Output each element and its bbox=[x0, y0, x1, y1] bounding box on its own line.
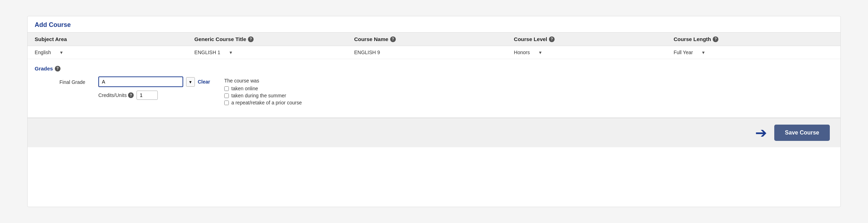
cell-course-name: ENGLISH 9 bbox=[354, 50, 514, 55]
checkbox-taken-summer: taken during the summer bbox=[224, 93, 302, 98]
repeat-retake-label: a repeat/retake of a prior course bbox=[231, 100, 302, 105]
course-length-value: Full Year bbox=[673, 50, 700, 55]
course-level-value: Honors bbox=[514, 50, 537, 55]
final-grade-label: Final Grade bbox=[59, 76, 98, 85]
table-header: Subject Area Generic Course Title ? Cour… bbox=[28, 32, 840, 46]
col-course-level: Course Level ? bbox=[514, 36, 674, 42]
final-grade-input[interactable] bbox=[98, 76, 183, 87]
col-course-length: Course Length ? bbox=[673, 36, 833, 42]
grades-title: Grades ? bbox=[35, 65, 833, 72]
save-course-button[interactable]: Save Course bbox=[774, 125, 830, 141]
generic-course-title-dropdown-arrow[interactable]: ▾ bbox=[230, 50, 232, 55]
generic-course-title-select[interactable]: ENGLISH 1 ▾ bbox=[195, 50, 251, 55]
grades-section: Grades ? Final Grade ▾ Clear Credits/Uni… bbox=[28, 59, 840, 110]
clear-button[interactable]: Clear bbox=[198, 79, 210, 85]
taken-summer-checkbox[interactable] bbox=[224, 93, 229, 98]
grade-dropdown-button[interactable]: ▾ bbox=[186, 77, 195, 87]
grades-row: Final Grade ▾ Clear Credits/Units ? bbox=[35, 76, 833, 107]
credits-row: Credits/Units ? bbox=[98, 91, 210, 100]
checkbox-taken-online: taken online bbox=[224, 86, 302, 91]
col-subject-area: Subject Area bbox=[35, 36, 195, 42]
credits-input[interactable] bbox=[137, 91, 158, 100]
grade-input-row: ▾ Clear bbox=[98, 76, 210, 87]
credits-help-icon[interactable]: ? bbox=[128, 92, 134, 98]
course-was-title: The course was bbox=[224, 78, 302, 84]
course-level-select[interactable]: Honors ▾ bbox=[514, 50, 571, 55]
col-generic-course-title-label: Generic Course Title bbox=[195, 36, 246, 42]
col-course-level-label: Course Level bbox=[514, 36, 547, 42]
subject-area-value: English bbox=[35, 50, 58, 55]
page-title: Add Course bbox=[28, 16, 840, 32]
subject-area-dropdown-arrow[interactable]: ▾ bbox=[60, 50, 63, 55]
footer-bar: ➔ Save Course bbox=[28, 118, 840, 147]
table-row: English ▾ ENGLISH 1 ▾ ENGLISH 9 Honors ▾ bbox=[28, 46, 840, 59]
arrow-right-icon: ➔ bbox=[755, 126, 767, 140]
grades-help-icon[interactable]: ? bbox=[55, 66, 60, 72]
course-level-help-icon[interactable]: ? bbox=[549, 36, 555, 42]
course-name-help-icon[interactable]: ? bbox=[390, 36, 396, 42]
credits-label-text: Credits/Units bbox=[98, 92, 127, 98]
col-course-name-label: Course Name bbox=[354, 36, 388, 42]
col-course-name: Course Name ? bbox=[354, 36, 514, 42]
cell-course-level: Honors ▾ bbox=[514, 50, 674, 55]
repeat-retake-checkbox[interactable] bbox=[224, 101, 229, 105]
course-name-value: ENGLISH 9 bbox=[354, 50, 387, 55]
checkbox-repeat-retake: a repeat/retake of a prior course bbox=[224, 100, 302, 105]
cell-generic-course-title: ENGLISH 1 ▾ bbox=[195, 50, 354, 55]
course-options: The course was taken online taken during… bbox=[210, 76, 302, 107]
course-length-dropdown-arrow[interactable]: ▾ bbox=[702, 50, 705, 55]
credits-label: Credits/Units ? bbox=[98, 92, 134, 98]
cell-course-length: Full Year ▾ bbox=[673, 50, 833, 55]
taken-online-checkbox[interactable] bbox=[224, 86, 229, 91]
add-course-card: Add Course Subject Area Generic Course T… bbox=[27, 16, 841, 207]
cell-subject-area: English ▾ bbox=[35, 50, 195, 55]
course-level-dropdown-arrow[interactable]: ▾ bbox=[539, 50, 542, 55]
course-length-select[interactable]: Full Year ▾ bbox=[673, 50, 730, 55]
col-course-length-label: Course Length bbox=[673, 36, 711, 42]
generic-course-title-value: ENGLISH 1 bbox=[195, 50, 227, 55]
col-generic-course-title: Generic Course Title ? bbox=[195, 36, 354, 42]
taken-online-label: taken online bbox=[231, 86, 258, 91]
taken-summer-label: taken during the summer bbox=[231, 93, 286, 98]
grade-input-group: ▾ Clear Credits/Units ? bbox=[98, 76, 210, 100]
page-wrapper: Add Course Subject Area Generic Course T… bbox=[0, 0, 868, 223]
col-subject-area-label: Subject Area bbox=[35, 36, 67, 42]
course-length-help-icon[interactable]: ? bbox=[713, 36, 718, 42]
subject-area-select[interactable]: English ▾ bbox=[35, 50, 91, 55]
generic-course-title-help-icon[interactable]: ? bbox=[248, 36, 254, 42]
grades-title-label: Grades bbox=[35, 65, 53, 72]
